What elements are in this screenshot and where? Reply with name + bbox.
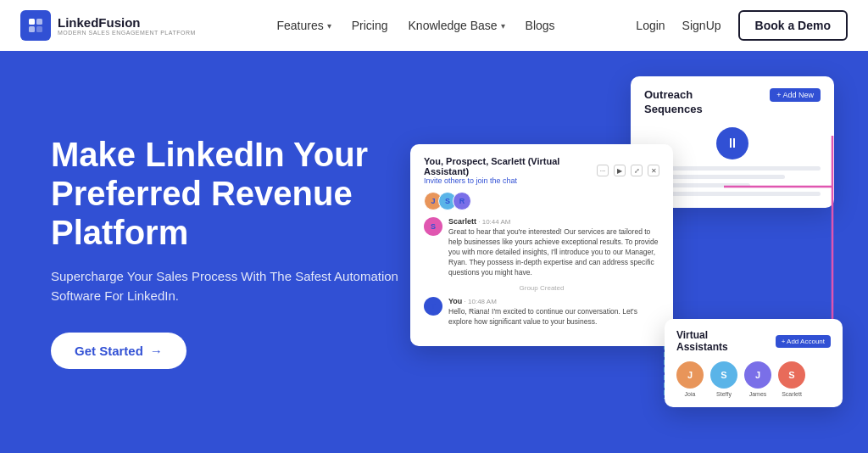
hero-section: Make LinkedIn Your Preferred Revenue Pla… xyxy=(0,51,868,453)
message-2-text: Hello, Riana! I'm excited to continue ou… xyxy=(448,307,659,327)
va-avatar-scarlett: S xyxy=(778,361,805,389)
pause-button[interactable]: ⏸ xyxy=(716,127,748,159)
va-avatars-list: J Joia S Steffy J James S Scarlett xyxy=(676,361,831,397)
navbar: LinkedFusion MODERN SALES ENGAGEMENT PLA… xyxy=(0,0,868,51)
chat-title: You, Prospect, Scarlett (Virtual Assista… xyxy=(424,156,597,176)
va-header: VirtualAssistants + Add Account xyxy=(676,329,831,353)
you-avatar: Y xyxy=(424,297,442,316)
nav-knowledge-base[interactable]: Knowledge Base ▾ xyxy=(409,19,505,32)
avatar-3: R xyxy=(453,192,471,210)
chat-participants: J S R xyxy=(424,192,659,210)
hero-title: Make LinkedIn Your Preferred Revenue Pla… xyxy=(51,135,407,252)
nav-login[interactable]: Login xyxy=(636,19,665,32)
svg-rect-2 xyxy=(29,26,35,32)
svg-rect-0 xyxy=(29,19,35,25)
va-name-steffy: Steffy xyxy=(716,391,732,397)
outreach-card-header: OutreachSequences + Add New xyxy=(644,88,821,117)
chat-card: You, Prospect, Scarlett (Virtual Assista… xyxy=(410,144,673,346)
nav-signup[interactable]: SignUp xyxy=(682,19,721,32)
book-demo-button[interactable]: Book a Demo xyxy=(738,10,848,41)
va-name-scarlett: Scarlett xyxy=(782,391,802,397)
va-assistant-3: J James xyxy=(744,361,771,397)
group-created-label: Group Created xyxy=(424,284,659,292)
hero-mockups: OutreachSequences + Add New ⏸ You, Prosp… xyxy=(410,68,851,441)
expand-icon[interactable]: ⤢ xyxy=(631,165,643,176)
more-icon[interactable]: ··· xyxy=(597,165,609,176)
logo-icon xyxy=(20,10,51,41)
logo-text: LinkedFusion MODERN SALES ENGAGEMENT PLA… xyxy=(58,15,196,36)
va-assistant-2: S Steffy xyxy=(710,361,737,397)
message-2: Y You · 10:48 AM Hello, Riana! I'm excit… xyxy=(424,297,659,327)
hero-content: Make LinkedIn Your Preferred Revenue Pla… xyxy=(51,135,407,369)
scarlett-avatar: S xyxy=(424,217,442,236)
hero-subtitle: Supercharge Your Sales Process With The … xyxy=(51,267,407,305)
nav-blogs[interactable]: Blogs xyxy=(526,19,555,32)
video-icon[interactable]: ▶ xyxy=(614,165,626,176)
add-new-button[interactable]: + Add New xyxy=(770,88,821,102)
outreach-title: OutreachSequences xyxy=(644,88,703,117)
va-assistant-4: S Scarlett xyxy=(778,361,805,397)
message-2-content: You · 10:48 AM Hello, Riana! I'm excited… xyxy=(448,297,659,327)
va-name-james: James xyxy=(749,391,767,397)
va-title: VirtualAssistants xyxy=(676,329,728,353)
close-icon[interactable]: ✕ xyxy=(648,165,659,176)
message-1-meta: Scarlett · 10:44 AM xyxy=(448,217,659,226)
brand-name: LinkedFusion xyxy=(58,15,196,30)
chat-action-icons: ··· ▶ ⤢ ✕ xyxy=(597,165,659,176)
va-name-joia: Joia xyxy=(685,391,696,397)
svg-rect-3 xyxy=(36,26,42,32)
chat-subtitle: Invite others to join the chat xyxy=(424,176,597,185)
message-2-meta: You · 10:48 AM xyxy=(448,297,659,305)
nav-pricing[interactable]: Pricing xyxy=(352,19,388,32)
nav-links: Features ▾ Pricing Knowledge Base ▾ Blog… xyxy=(223,19,609,32)
message-1-text: Great to hear that you're interested! Ou… xyxy=(448,227,659,277)
chat-header: You, Prospect, Scarlett (Virtual Assista… xyxy=(424,156,659,185)
brand-tagline: MODERN SALES ENGAGEMENT PLATFORM xyxy=(58,30,196,36)
add-account-button[interactable]: + Add Account xyxy=(776,335,831,348)
message-1: S Scarlett · 10:44 AM Great to hear that… xyxy=(424,217,659,277)
chevron-down-icon: ▾ xyxy=(327,21,331,31)
arrow-icon: → xyxy=(150,344,163,358)
get-started-button[interactable]: Get Started → xyxy=(51,333,186,369)
chat-header-text: You, Prospect, Scarlett (Virtual Assista… xyxy=(424,156,597,185)
logo[interactable]: LinkedFusion MODERN SALES ENGAGEMENT PLA… xyxy=(20,10,196,41)
chevron-down-icon: ▾ xyxy=(501,21,505,31)
svg-rect-1 xyxy=(36,19,42,25)
participant-avatars: J S R xyxy=(424,192,471,210)
va-avatar-steffy: S xyxy=(710,361,737,389)
nav-right: Login SignUp Book a Demo xyxy=(636,10,848,41)
va-avatar-joia: J xyxy=(676,361,704,389)
message-1-content: Scarlett · 10:44 AM Great to hear that y… xyxy=(448,217,659,277)
va-avatar-james: J xyxy=(744,361,771,389)
nav-features[interactable]: Features ▾ xyxy=(276,19,331,32)
virtual-assistants-card: VirtualAssistants + Add Account J Joia S… xyxy=(665,319,843,407)
va-assistant-1: J Joia xyxy=(676,361,704,397)
